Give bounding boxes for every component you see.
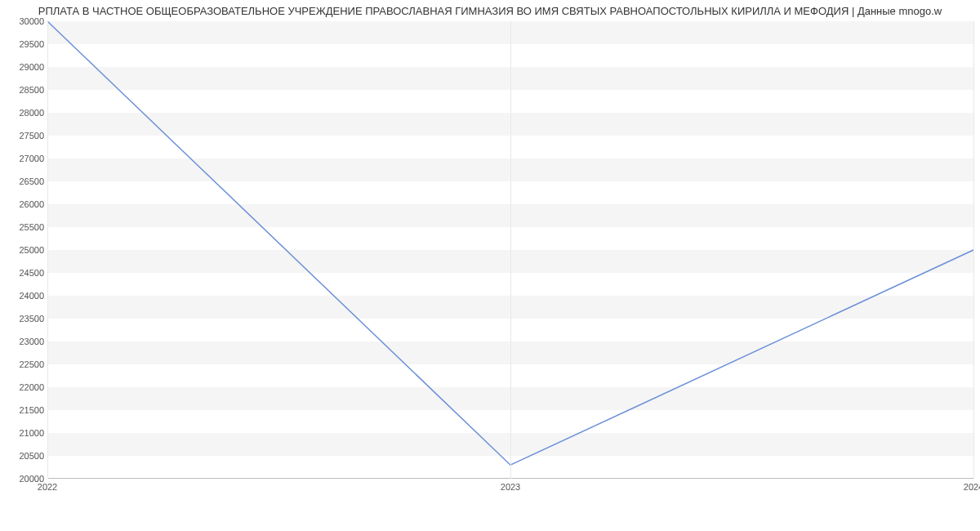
line-chart: РПЛАТА В ЧАСТНОЕ ОБЩЕОБРАЗОВАТЕЛЬНОЕ УЧР… bbox=[0, 0, 980, 531]
y-tick-label: 23000 bbox=[3, 337, 44, 346]
x-gridline bbox=[47, 21, 48, 479]
y-tick-label: 24500 bbox=[3, 268, 44, 278]
plot-area bbox=[47, 21, 973, 479]
y-tick-label: 24000 bbox=[3, 291, 44, 301]
x-tick-label: 2023 bbox=[501, 482, 520, 492]
y-tick-label: 27500 bbox=[3, 131, 44, 141]
x-gridline bbox=[973, 21, 974, 479]
y-tick-label: 30000 bbox=[3, 16, 44, 26]
y-tick-label: 20500 bbox=[3, 451, 44, 461]
y-tick-label: 29000 bbox=[3, 62, 44, 72]
y-tick-label: 25500 bbox=[3, 222, 44, 232]
x-tick-label: 2024 bbox=[964, 482, 980, 492]
y-tick-label: 26000 bbox=[3, 199, 44, 209]
y-tick-label: 28500 bbox=[3, 85, 44, 95]
y-tick-label: 25000 bbox=[3, 245, 44, 255]
y-tick-label: 26500 bbox=[3, 176, 44, 186]
y-tick-label: 21000 bbox=[3, 428, 44, 438]
y-tick-label: 27000 bbox=[3, 154, 44, 163]
y-tick-label: 22000 bbox=[3, 382, 44, 392]
y-tick-label: 22500 bbox=[3, 359, 44, 369]
y-tick-label: 23500 bbox=[3, 314, 44, 324]
x-tick-label: 2022 bbox=[38, 482, 57, 492]
chart-title: РПЛАТА В ЧАСТНОЕ ОБЩЕОБРАЗОВАТЕЛЬНОЕ УЧР… bbox=[0, 5, 980, 17]
y-tick-label: 21500 bbox=[3, 405, 44, 415]
y-tick-label: 28000 bbox=[3, 108, 44, 118]
x-gridline bbox=[510, 21, 511, 479]
y-tick-label: 29500 bbox=[3, 39, 44, 49]
